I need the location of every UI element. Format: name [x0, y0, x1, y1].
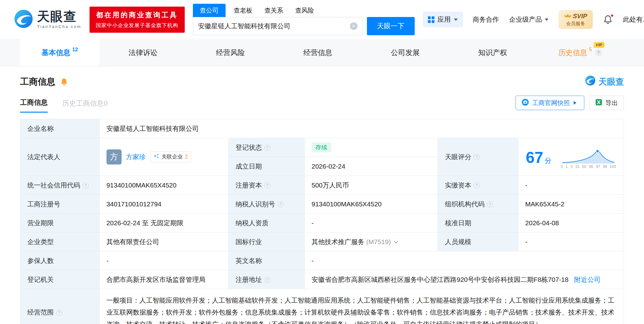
- clear-icon[interactable]: ×: [350, 22, 357, 30]
- main-content: 工商信息 天眼查 工商信息 历史工商信息0: [0, 75, 644, 324]
- industry-code: (M7519): [366, 238, 391, 245]
- help-icon[interactable]: ?: [474, 154, 480, 160]
- notification-dot: [610, 14, 614, 17]
- tab-intellectual-property[interactable]: 知识产权: [449, 39, 536, 66]
- business-term-value: 2026-02-24 至 无固定期限: [99, 214, 228, 232]
- business-info-table: 企业名称 安徽星链人工智能科技有限公司 法定代表人 方 方家珍: [20, 119, 624, 324]
- legal-rep-avatar[interactable]: 方: [106, 149, 122, 165]
- org-code-value: MAK65X45-2: [518, 195, 624, 214]
- page: { "header": { "logo": {"name": "天眼查", "d…: [0, 0, 644, 324]
- snapshot-label: 工商官网快照: [532, 99, 570, 107]
- enterprise-products-link[interactable]: 企业级产品: [509, 15, 548, 24]
- score-chart: 0131550859799100: [561, 146, 616, 169]
- score-value: 67 分: [526, 150, 552, 165]
- subtab-business-registration[interactable]: 工商信息: [20, 98, 48, 113]
- tianyancha-logo-icon: [585, 75, 596, 88]
- search-box: ×: [193, 17, 363, 35]
- status-badge: 存续: [312, 142, 331, 152]
- logo-name: 天眼查: [37, 10, 81, 23]
- help-icon[interactable]: ?: [265, 277, 270, 283]
- nearby-companies-link[interactable]: 附近公司: [574, 276, 601, 283]
- apps-grid-icon: [428, 16, 434, 23]
- table-row: 营业期限 2026-02-24 至 无固定期限 纳税人资质 - 核准日期 202…: [20, 214, 624, 232]
- notification-bell-icon[interactable]: [603, 14, 613, 25]
- related-companies-count: 2: [185, 154, 188, 160]
- tab-business-risk[interactable]: 经营风险: [187, 39, 274, 66]
- reg-number-value: 340171001012794: [99, 195, 228, 214]
- tab-business-info[interactable]: 经营信息: [274, 39, 362, 66]
- establish-date-value: 2026-02-24: [304, 157, 438, 176]
- related-companies-tag[interactable]: 关联企业 2: [150, 151, 191, 162]
- user-menu[interactable]: 此处有...: [623, 15, 644, 24]
- help-icon[interactable]: ?: [278, 201, 284, 207]
- score-axis-ticks: 0131550859799100: [561, 165, 616, 169]
- chevron-down-icon: [454, 19, 458, 23]
- establish-date-label: 成立日期: [228, 157, 304, 176]
- taxpayer-id-value: 91340100MAK65X4520: [304, 195, 438, 214]
- credit-code-value: 91340100MAK65X4520: [99, 176, 228, 195]
- help-icon[interactable]: ?: [265, 145, 270, 151]
- official-snapshot-button[interactable]: 工商官网快照: [516, 96, 584, 110]
- reg-status-value: 存续: [304, 138, 438, 157]
- tab-basic-info[interactable]: 基本信息 12: [20, 39, 99, 66]
- related-companies-label: 关联企业: [161, 153, 183, 160]
- search-tab-risk[interactable]: 查风险: [295, 6, 314, 15]
- company-type-label: 企业类型: [20, 232, 100, 251]
- table-row: 登记机关 合肥市高新开发区市场监督管理局 注册地址? 安徽省合肥市高新区城西桥社…: [20, 270, 624, 289]
- table-row: 工商注册号 340171001012794 纳税人识别号? 91340100MA…: [20, 195, 624, 214]
- company-name-label: 企业名称: [20, 119, 100, 138]
- table-row: 统一社会信用代码? 91340100MAK65X4520 注册资本? 500万人…: [20, 176, 624, 195]
- search-tab-boss[interactable]: 查老板: [234, 6, 253, 15]
- tab-basic-count: 12: [72, 47, 78, 53]
- svip-sublabel: 会员服务: [564, 21, 587, 26]
- help-icon[interactable]: ?: [474, 182, 480, 188]
- tab-history-info[interactable]: VIP 历史信息 5 ?: [537, 39, 624, 66]
- org-code-label: 组织机构代码?: [438, 195, 518, 214]
- insured-label: 参保人数: [20, 251, 100, 270]
- logo-domain: TianYanCha.com: [37, 24, 81, 29]
- tianyancha-logo[interactable]: 天眼查 TianYanCha.com: [14, 9, 81, 30]
- vip-tag: VIP: [593, 42, 604, 48]
- credit-code-label: 统一社会信用代码?: [20, 176, 100, 195]
- tab-basic-label: 基本信息: [41, 48, 70, 58]
- subtab-history-registration[interactable]: 历史工商信息0: [62, 99, 107, 113]
- tab-legal-proceedings[interactable]: 法律诉讼: [99, 39, 187, 66]
- help-icon[interactable]: ?: [265, 182, 270, 188]
- company-type-value: 其他有限责任公司: [99, 232, 228, 251]
- promo-line1: 都在用的商业查询工具: [96, 10, 178, 20]
- address-label: 注册地址?: [228, 270, 304, 289]
- promo-banner[interactable]: 都在用的商业查询工具 国家中小企业发展子基金旗下机构: [90, 7, 185, 33]
- insured-value: -: [99, 251, 228, 270]
- promo-line2: 国家中小企业发展子基金旗下机构: [96, 22, 178, 29]
- table-row: 企业名称 安徽星链人工智能科技有限公司: [20, 119, 624, 138]
- staff-size-value: -: [518, 232, 624, 251]
- reg-capital-value: 500万人民币: [304, 176, 438, 195]
- english-name-label: 英文名称: [228, 251, 304, 270]
- help-icon[interactable]: ?: [487, 201, 493, 207]
- english-name-value: -: [304, 251, 624, 270]
- help-icon[interactable]: ?: [595, 49, 602, 56]
- business-cooperation-link[interactable]: 商务合作: [473, 15, 499, 24]
- tianyancha-watermark: 天眼查: [585, 75, 624, 88]
- business-scope-label: 经营范围?: [20, 289, 100, 324]
- svip-badge[interactable]: SVIP 会员服务: [559, 10, 593, 29]
- industry-label: 国标行业: [228, 232, 304, 251]
- search-input[interactable]: [193, 17, 363, 35]
- reg-number-label: 工商注册号: [20, 195, 100, 214]
- tab-company-development[interactable]: 公司发展: [362, 39, 449, 66]
- apps-menu[interactable]: 应用: [423, 12, 463, 27]
- chevron-down-icon[interactable]: [394, 239, 398, 243]
- business-term-label: 营业期限: [20, 214, 100, 232]
- paid-capital-label: 实缴资本?: [438, 176, 518, 195]
- approval-date-value: 2026-04-08: [518, 214, 624, 232]
- search-tab-company[interactable]: 查公司: [193, 4, 226, 17]
- chevron-down-icon: [545, 19, 548, 23]
- help-icon[interactable]: ?: [56, 310, 62, 316]
- reg-capital-label: 注册资本?: [228, 176, 304, 195]
- export-button[interactable]: 导出: [589, 96, 624, 110]
- legal-rep-link[interactable]: 方家珍: [126, 153, 146, 161]
- search-button[interactable]: 天眼一下: [367, 17, 415, 35]
- search-tab-relation[interactable]: 查关系: [265, 6, 283, 15]
- help-icon[interactable]: ?: [83, 182, 89, 188]
- subscribe-bell-icon[interactable]: [60, 77, 68, 86]
